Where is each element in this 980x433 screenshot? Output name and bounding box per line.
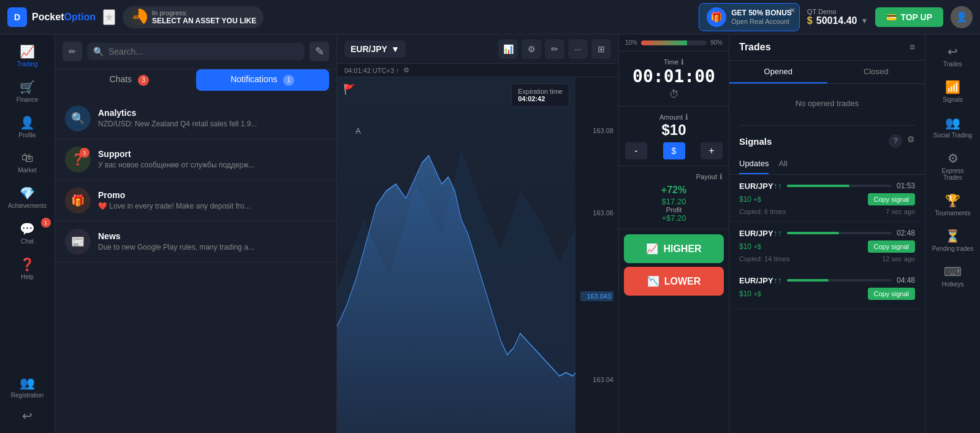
signal-progress-bar <box>787 232 892 234</box>
trades-settings-icon[interactable]: ≡ <box>910 42 915 53</box>
tab-updates[interactable]: Updates <box>739 154 769 174</box>
main-layout: 📈 Trading 🛒 Finance 👤 Profile 🛍 Market 💎… <box>0 34 980 433</box>
list-item: EUR/JPY ↑↑ 04:48 $10 +$ Copy signal <box>729 269 925 309</box>
progress-badge[interactable]: 40% In progress: SELECT AN ASSET YOU LIK… <box>123 6 264 28</box>
chat-item-preview: Due to new Google Play rules, many tradi… <box>98 243 327 251</box>
signal-copied: Copied: 6 times <box>739 208 786 215</box>
list-item[interactable]: 🎁 Promo ❤️ Love in every trade! Make any… <box>55 180 336 221</box>
list-item[interactable]: 🔍 Analytics NZD/USD: New Zealand Q4 reta… <box>55 98 336 139</box>
sidebar-item-social[interactable]: 👥 Social Trading <box>929 110 978 144</box>
chat-edit-button[interactable]: ✏ <box>63 42 82 61</box>
time-clock-icon[interactable]: ⏱ <box>625 89 723 100</box>
chart-canvas[interactable]: 163.08 163.06 163.043 163.04 Expiration … <box>337 77 618 433</box>
tab-chats[interactable]: Chats 3 <box>63 69 196 91</box>
price-label-1: 163.08 <box>580 127 613 134</box>
trades-panel: Trades ≡ Opened Closed No opened trades … <box>729 34 925 433</box>
logo-text: PocketOption <box>32 12 96 23</box>
chart-type-button[interactable]: 📊 <box>498 39 518 59</box>
asset-pair: EUR/JPY <box>351 44 387 54</box>
amount-increase-button[interactable]: + <box>701 142 723 159</box>
signal-direction-icon: ↑↑ <box>773 181 782 191</box>
sidebar-item-profile[interactable]: 👤 Profile <box>3 110 52 144</box>
favorite-button[interactable]: ★ <box>103 9 115 25</box>
sidebar-item-trading[interactable]: 📈 Trading <box>3 39 52 72</box>
signal-middle: $10 +$ Copy signal <box>739 193 915 205</box>
chat-item-preview: ❤️ Love in every trade! Make any deposit… <box>98 202 327 210</box>
time-display: 00:01:00 <box>625 66 723 86</box>
trades-label: Trades <box>943 61 962 67</box>
signal-middle: $10 +$ Copy signal <box>739 240 915 253</box>
divider <box>739 125 915 126</box>
signal-middle: $10 +$ Copy signal <box>739 288 915 300</box>
sidebar-item-registration[interactable]: 👥 Registration <box>3 370 52 404</box>
topup-button[interactable]: 💳 TOP UP <box>875 7 943 27</box>
payout-info-icon[interactable]: ℹ <box>720 172 723 181</box>
chat-toolbar: ✏ 🔍 ✎ <box>55 34 336 69</box>
signals-actions: ? ⚙ <box>889 134 915 148</box>
analytics-avatar: 🔍 <box>65 105 91 131</box>
sidebar-item-signals[interactable]: 📶 Signals <box>929 75 978 108</box>
signal-amount: $10 +$ <box>739 195 761 204</box>
balance-dropdown-icon[interactable]: ▼ <box>860 17 868 25</box>
asset-selector[interactable]: EUR/JPY ▼ <box>344 40 406 58</box>
copy-signal-button[interactable]: Copy signal <box>868 193 915 205</box>
tab-closed[interactable]: Closed <box>827 61 925 83</box>
logo-icon: D <box>7 7 27 27</box>
chart-settings-icon[interactable]: ⚙ <box>403 66 409 74</box>
sidebar-item-pending[interactable]: ⏳ Pending trades <box>929 224 978 257</box>
chart-settings-button[interactable]: ⚙ <box>522 39 541 59</box>
sidebar-item-logout[interactable]: ↩ <box>3 404 52 428</box>
sidebar-item-trades[interactable]: ↩ Trades <box>929 39 978 72</box>
search-icon: 🔍 <box>93 47 104 56</box>
signal-amount: $10 +$ <box>739 242 761 251</box>
right-sidebar: ↩ Trades 📶 Signals 👥 Social Trading ⚙ Ex… <box>925 34 980 433</box>
avatar[interactable]: 👤 <box>951 6 973 28</box>
list-item[interactable]: 📰 News Due to new Google Play rules, man… <box>55 221 336 262</box>
help-icon: ❓ <box>20 257 35 272</box>
chart-draw-button[interactable]: ✏ <box>545 39 564 59</box>
chat-item-name: News <box>98 231 327 241</box>
payout-label: Payout ℹ <box>625 172 723 181</box>
chart-more-button[interactable]: ··· <box>568 39 588 59</box>
bonus-close-button[interactable]: ✕ <box>789 6 796 15</box>
chart-grid-button[interactable]: ⊞ <box>591 39 611 59</box>
bonus-icon: 🎁 <box>707 7 726 27</box>
sidebar-item-finance[interactable]: 🛒 Finance <box>3 75 52 108</box>
sidebar-item-tournaments[interactable]: 🏆 Tournaments <box>929 188 978 221</box>
amount-currency-button[interactable]: $ <box>663 142 685 159</box>
chart-time-label: 04:01:42 UTC+3 ↑ <box>344 67 400 74</box>
tab-notifications[interactable]: Notifications 1 <box>196 69 330 91</box>
promo-avatar: 🎁 <box>65 188 91 213</box>
signal-expiry: 04:48 <box>897 276 915 285</box>
signals-help-icon[interactable]: ? <box>889 134 902 148</box>
profile-icon: 👤 <box>20 115 35 130</box>
amount-decrease-button[interactable]: - <box>625 142 647 159</box>
logout-icon: ↩ <box>22 408 32 423</box>
trade-buttons: 📈 HIGHER 📉 LOWER <box>619 229 729 301</box>
trades-title: Trades <box>739 42 771 53</box>
tab-opened[interactable]: Opened <box>729 61 827 83</box>
sidebar-item-express[interactable]: ⚙ Express Trades <box>929 146 978 186</box>
search-input[interactable] <box>108 47 298 56</box>
sidebar-item-hotkeys[interactable]: ⌨ Hotkeys <box>929 259 978 293</box>
sidebar-item-achievements[interactable]: 💎 Achievements <box>3 181 52 214</box>
time-info-icon[interactable]: ℹ <box>681 58 684 66</box>
copy-signal-button[interactable]: Copy signal <box>868 240 915 253</box>
sidebar-item-market[interactable]: 🛍 Market <box>3 146 52 178</box>
list-item[interactable]: ❓ 1 Support У вас новое сообщение от слу… <box>55 139 336 180</box>
trading-label: Trading <box>17 61 38 67</box>
bonus-banner[interactable]: 🎁 GET 50% BONUS Open Real Account ✕ <box>699 3 800 31</box>
express-label: Express Trades <box>932 167 974 181</box>
amount-info-icon[interactable]: ℹ <box>685 113 688 121</box>
price-axis: 163.08 163.06 163.043 163.04 <box>575 77 618 433</box>
tab-all[interactable]: All <box>778 154 787 174</box>
copy-signal-button[interactable]: Copy signal <box>868 288 915 300</box>
higher-button[interactable]: 📈 HIGHER <box>624 234 724 263</box>
higher-label: HIGHER <box>663 243 701 255</box>
sidebar-item-help[interactable]: ❓ Help <box>3 252 52 285</box>
chart-time-info: 04:01:42 UTC+3 ↑ ⚙ <box>337 64 618 77</box>
new-chat-button[interactable]: ✎ <box>310 42 329 61</box>
no-trades-text: No opened trades <box>729 84 925 123</box>
lower-button[interactable]: 📉 LOWER <box>624 267 724 296</box>
signals-settings-icon[interactable]: ⚙ <box>907 134 915 148</box>
